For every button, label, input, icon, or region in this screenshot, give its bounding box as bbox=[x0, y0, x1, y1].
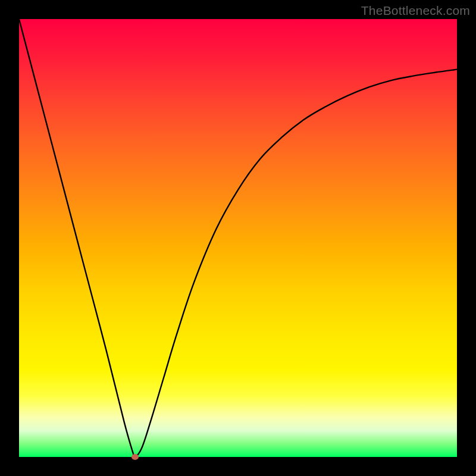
minimum-marker bbox=[131, 454, 139, 460]
bottleneck-curve bbox=[19, 19, 457, 457]
curve-svg bbox=[19, 19, 457, 457]
chart-frame: TheBottleneck.com bbox=[0, 0, 476, 476]
plot-area bbox=[19, 19, 457, 457]
watermark-text: TheBottleneck.com bbox=[361, 4, 470, 18]
